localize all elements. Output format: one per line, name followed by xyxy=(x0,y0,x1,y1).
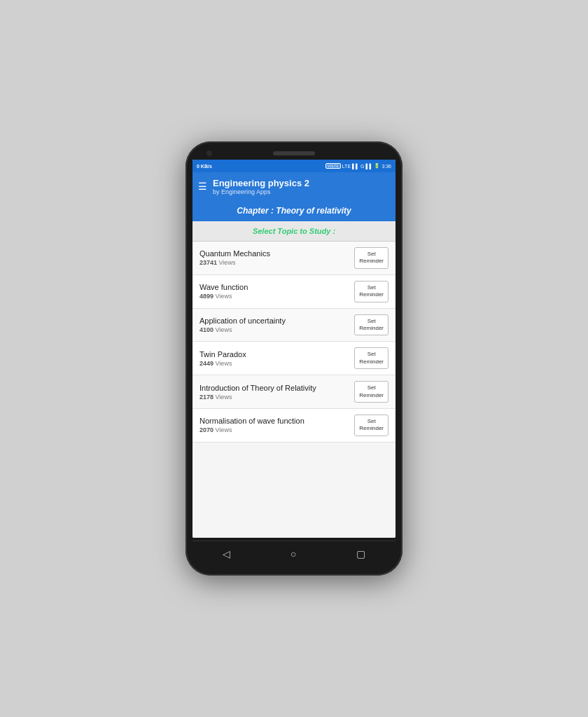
topic-item[interactable]: Twin Paradox2449 ViewsSet Reminder xyxy=(192,342,396,375)
topic-views: 23741 Views xyxy=(200,259,354,266)
phone-top xyxy=(192,151,396,155)
topic-views: 4100 Views xyxy=(200,326,354,333)
signal2: ▌▌ xyxy=(365,164,372,169)
topic-views: 4899 Views xyxy=(200,293,354,300)
phone-screen: 0 KB/s VOLTE LTE ▌▌ G ▌▌ 🔋 3:36 ☰ Engine… xyxy=(192,160,396,538)
app-title-area: Engineering physics 2 by Engineering App… xyxy=(213,178,390,195)
topic-views: 2449 Views xyxy=(200,360,354,367)
phone-device: 0 KB/s VOLTE LTE ▌▌ G ▌▌ 🔋 3:36 ☰ Engine… xyxy=(186,141,402,576)
battery-icon: 🔋 xyxy=(374,163,380,169)
camera xyxy=(206,151,212,156)
topic-item[interactable]: Application of uncertainty4100 ViewsSet … xyxy=(192,309,396,342)
topic-item[interactable]: Wave function4899 ViewsSet Reminder xyxy=(192,275,396,309)
bottom-nav xyxy=(192,541,396,566)
topic-name: Wave function xyxy=(200,283,354,291)
views-count: 2070 xyxy=(200,426,214,433)
topic-name: Normalisation of wave function xyxy=(200,417,354,425)
topic-name: Quantum Mechanics xyxy=(200,249,354,258)
time: 3:36 xyxy=(382,164,391,169)
topic-name: Introduction of Theory of Relativity xyxy=(200,384,354,392)
status-bar: 0 KB/s VOLTE LTE ▌▌ G ▌▌ 🔋 3:36 xyxy=(192,160,396,172)
views-count: 4100 xyxy=(200,326,214,333)
g-label: G xyxy=(360,164,364,169)
topic-info: Normalisation of wave function2070 Views xyxy=(200,417,354,433)
topic-info: Quantum Mechanics23741 Views xyxy=(200,249,354,266)
topic-info: Introduction of Theory of Relativity2178… xyxy=(200,384,354,401)
topic-info: Application of uncertainty4100 Views xyxy=(200,316,354,333)
views-count: 23741 xyxy=(200,259,217,266)
set-reminder-button[interactable]: Set Reminder xyxy=(354,314,388,336)
home-button[interactable] xyxy=(282,545,304,562)
topic-name: Application of uncertainty xyxy=(200,316,354,325)
back-button[interactable] xyxy=(214,545,239,562)
app-title: Engineering physics 2 xyxy=(213,178,390,188)
set-reminder-button[interactable]: Set Reminder xyxy=(354,247,388,269)
topic-item[interactable]: Introduction of Theory of Relativity2178… xyxy=(192,375,396,409)
menu-icon[interactable]: ☰ xyxy=(198,181,207,192)
set-reminder-button[interactable]: Set Reminder xyxy=(354,381,388,403)
set-reminder-button[interactable]: Set Reminder xyxy=(354,347,388,369)
views-count: 2449 xyxy=(200,360,214,367)
chapter-title: Chapter : Theory of relativity xyxy=(200,206,388,216)
topic-views: 2178 Views xyxy=(200,394,354,401)
app-subtitle: by Engineering Apps xyxy=(213,188,390,195)
signal1: ▌▌ xyxy=(352,164,359,169)
lte-label: LTE xyxy=(342,164,351,169)
status-icons: VOLTE LTE ▌▌ G ▌▌ 🔋 3:36 xyxy=(326,163,391,169)
select-topic-bar: Select Topic to Study : xyxy=(192,221,396,242)
topic-item[interactable]: Quantum Mechanics23741 ViewsSet Reminder xyxy=(192,242,396,275)
topic-name: Twin Paradox xyxy=(200,350,354,358)
topic-info: Wave function4899 Views xyxy=(200,283,354,300)
topic-info: Twin Paradox2449 Views xyxy=(200,350,354,367)
chapter-header: Chapter : Theory of relativity xyxy=(192,200,396,221)
speaker xyxy=(273,151,315,155)
topic-views: 2070 Views xyxy=(200,426,354,433)
set-reminder-button[interactable]: Set Reminder xyxy=(354,415,388,436)
app-bar: ☰ Engineering physics 2 by Engineering A… xyxy=(192,172,396,200)
views-count: 4899 xyxy=(200,293,214,300)
topic-item[interactable]: Normalisation of wave function2070 Views… xyxy=(192,409,396,443)
volte-badge: VOLTE xyxy=(326,163,341,169)
recent-button[interactable] xyxy=(348,545,374,562)
set-reminder-button[interactable]: Set Reminder xyxy=(354,281,388,302)
select-topic-label: Select Topic to Study : xyxy=(200,227,388,235)
topic-list: Quantum Mechanics23741 ViewsSet Reminder… xyxy=(192,242,396,538)
views-count: 2178 xyxy=(200,394,214,401)
status-data: 0 KB/s xyxy=(197,164,212,169)
